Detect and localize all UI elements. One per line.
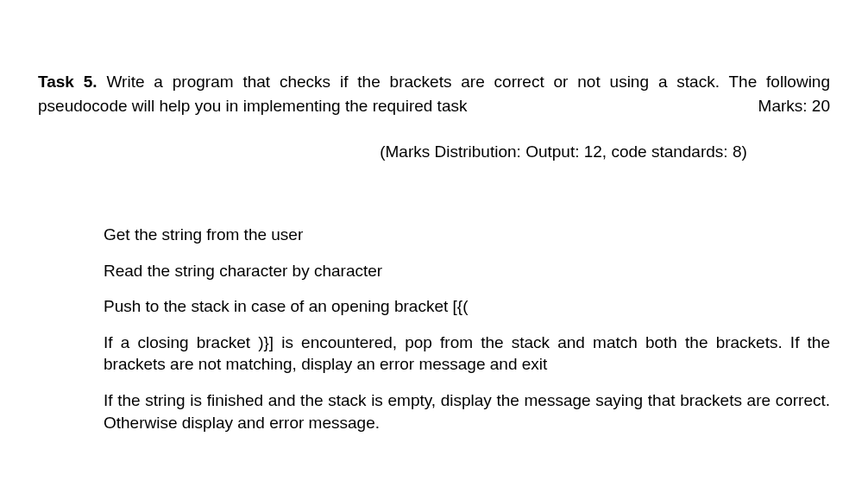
- pseudocode-step: Read the string character by character: [104, 260, 830, 282]
- pseudocode-block: Get the string from the user Read the st…: [38, 224, 830, 433]
- pseudocode-step: If a closing bracket )}] is encountered,…: [104, 332, 830, 376]
- task-description-line1: Write a program that checks if the brack…: [107, 73, 831, 91]
- task-label: Task 5.: [38, 73, 97, 91]
- task-header-line2: pseudocode will help you in implementing…: [38, 95, 830, 117]
- task-header-line1: Task 5. Write a program that checks if t…: [38, 71, 830, 93]
- task-marks: Marks: 20: [758, 95, 830, 117]
- pseudocode-step: Get the string from the user: [104, 224, 830, 246]
- pseudocode-step: Push to the stack in case of an opening …: [104, 295, 830, 318]
- marks-distribution: (Marks Distribution: Output: 12, code st…: [38, 141, 830, 163]
- task-description-line2: pseudocode will help you in implementing…: [38, 95, 467, 117]
- pseudocode-step: If the string is finished and the stack …: [104, 389, 830, 433]
